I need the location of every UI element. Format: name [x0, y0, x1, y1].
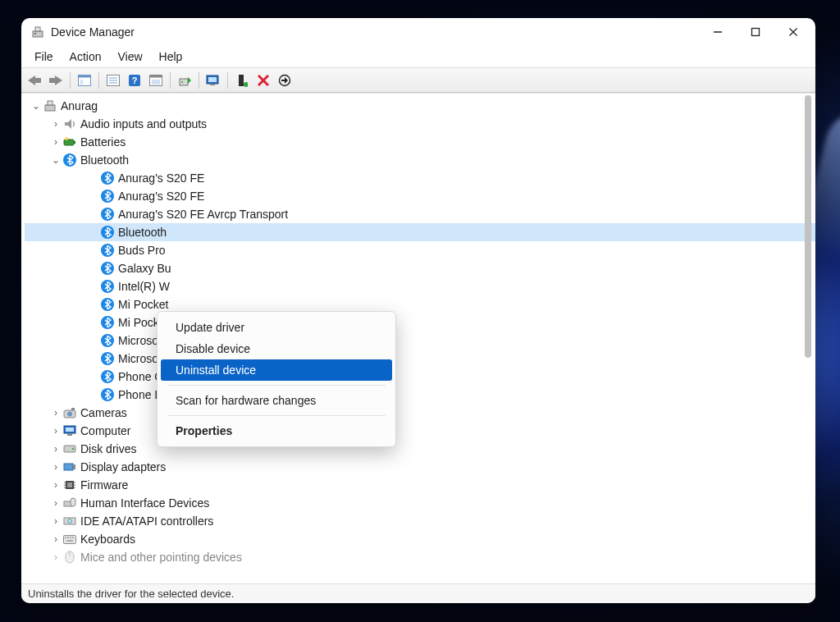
svg-marker-7 [28, 75, 41, 85]
menu-action[interactable]: Action [62, 48, 110, 65]
menu-help[interactable]: Help [151, 48, 191, 65]
tree-label: Anurag's S20 FE [118, 169, 211, 187]
tree-cat-ide[interactable]: ›IDE ATA/ATAPI controllers [25, 512, 815, 530]
menu-separator [167, 415, 386, 416]
tree-label: Cameras [80, 404, 134, 422]
vertical-scrollbar[interactable] [802, 95, 814, 582]
tree-item[interactable]: Buds Pro [25, 241, 815, 259]
expand-icon[interactable]: › [49, 476, 62, 494]
bluetooth-icon [100, 387, 115, 402]
expand-icon[interactable]: › [49, 440, 62, 458]
scan-hardware-button[interactable] [203, 71, 223, 90]
tree-item[interactable]: Galaxy Bu [25, 259, 815, 277]
tree-label: Firmware [80, 476, 135, 494]
svg-rect-26 [210, 84, 215, 85]
expand-icon[interactable]: › [49, 115, 62, 133]
bluetooth-icon [100, 207, 115, 222]
tree-item[interactable]: Microsoft [25, 332, 815, 350]
mouse-icon [62, 550, 77, 565]
minimize-button[interactable] [699, 18, 737, 46]
disable-device-button[interactable] [275, 71, 294, 90]
menu-update-driver[interactable]: Update driver [161, 317, 392, 338]
tree-label: Bluetooth [80, 151, 135, 169]
tree-label: Anurag's S20 FE Avrcp Transport [118, 205, 294, 223]
scrollbar-thumb[interactable] [805, 95, 811, 358]
tree-item[interactable]: Mi Pocket [25, 295, 815, 313]
status-text: Uninstalls the driver for the selected d… [28, 588, 234, 600]
collapse-icon[interactable]: ⌄ [49, 151, 62, 169]
device-tree[interactable]: ⌄ Anurag › Audio inputs and outputs › Ba… [21, 94, 815, 583]
uninstall-device-button[interactable] [253, 71, 273, 90]
close-button[interactable] [774, 18, 812, 46]
expand-icon[interactable]: › [49, 458, 62, 476]
app-icon [31, 25, 44, 39]
tree-item[interactable]: Anurag's S20 FE Avrcp Transport [25, 205, 815, 223]
tree-label: Disk drives [80, 440, 143, 458]
help-button[interactable]: ? [125, 71, 144, 90]
tree-item[interactable]: Intel(R) W [25, 277, 815, 295]
menu-file[interactable]: File [26, 48, 62, 65]
menu-uninstall-device[interactable]: Uninstall device [161, 359, 392, 381]
nav-back-button[interactable] [25, 71, 44, 90]
tree-cat-display[interactable]: ›Display adapters [25, 458, 815, 476]
menu-disable-device[interactable]: Disable device [161, 338, 392, 359]
tree-item-selected[interactable]: Bluetooth [25, 223, 815, 241]
tree-label: Bluetooth [118, 223, 173, 241]
show-hide-tree-button[interactable] [75, 71, 94, 90]
expand-icon[interactable]: › [49, 404, 62, 422]
tree-root-label: Anurag [61, 97, 104, 115]
tree-item[interactable]: Phone Input Device v2 [25, 386, 815, 404]
svg-rect-25 [208, 77, 217, 82]
tree-label: Computer [80, 422, 137, 440]
device-manager-window: Device Manager File Action View Help ? [21, 18, 815, 603]
expand-icon[interactable]: › [49, 548, 62, 566]
menu-view[interactable]: View [109, 48, 150, 65]
menu-scan-hardware[interactable]: Scan for hardware changes [161, 390, 392, 411]
tree-label: IDE ATA/ATAPI controllers [80, 512, 220, 530]
tree-cat-firmware[interactable]: ›Firmware [25, 476, 815, 494]
nav-forward-button[interactable] [46, 71, 66, 90]
maximize-button[interactable] [737, 18, 774, 46]
tree-cat-cameras[interactable]: ›Cameras [25, 404, 815, 422]
svg-rect-64 [70, 537, 71, 538]
keyboard-icon [62, 532, 77, 547]
tree-cat-hid[interactable]: ›Human Interface Devices [25, 494, 815, 512]
svg-rect-65 [72, 537, 74, 538]
tree-cat-disk[interactable]: ›Disk drives [25, 440, 815, 458]
expand-icon[interactable]: › [49, 530, 62, 548]
tree-cat-keyboards[interactable]: ›Keyboards [25, 530, 815, 548]
svg-rect-27 [239, 75, 244, 86]
expand-icon[interactable]: › [49, 512, 62, 530]
toolbar-separator [170, 72, 171, 89]
bluetooth-icon [100, 261, 115, 276]
svg-rect-11 [80, 80, 83, 85]
bluetooth-icon [100, 243, 115, 258]
enable-device-button[interactable] [232, 71, 252, 90]
tree-cat-bluetooth[interactable]: ⌄ Bluetooth [25, 151, 815, 169]
tree-item[interactable]: Anurag's S20 FE [25, 187, 815, 205]
menu-properties[interactable]: Properties [161, 420, 392, 441]
tree-cat-batteries[interactable]: › Batteries [25, 133, 815, 151]
tree-item[interactable]: Phone Call Audio Device [25, 368, 815, 386]
tree-item[interactable]: Microsoft Bluetooth LE Enumerator [25, 350, 815, 368]
tree-cat-audio[interactable]: › Audio inputs and outputs [25, 115, 815, 133]
tree-item[interactable]: Anurag's S20 FE [25, 169, 815, 187]
expand-icon[interactable]: › [49, 422, 62, 440]
svg-rect-37 [74, 141, 75, 144]
tree-label: Anurag's S20 FE [118, 187, 211, 205]
properties-button[interactable] [103, 71, 123, 90]
svg-point-23 [181, 81, 183, 83]
tree-cat-mice[interactable]: ›Mice and other pointing devices [25, 548, 815, 566]
tree-item[interactable]: Mi Pocket [25, 313, 815, 332]
svg-rect-33 [45, 105, 55, 111]
tree-root[interactable]: ⌄ Anurag [25, 97, 815, 115]
toolbar-separator [98, 72, 99, 89]
tree-cat-computer[interactable]: ›Computer [25, 422, 815, 440]
expand-icon[interactable]: › [49, 494, 62, 512]
action-button[interactable] [146, 71, 166, 90]
hid-icon [62, 496, 77, 510]
device-tree-pane: ⌄ Anurag › Audio inputs and outputs › Ba… [21, 93, 815, 583]
collapse-icon[interactable]: ⌄ [30, 97, 43, 115]
expand-icon[interactable]: › [49, 133, 62, 151]
update-driver-button[interactable] [175, 71, 194, 90]
